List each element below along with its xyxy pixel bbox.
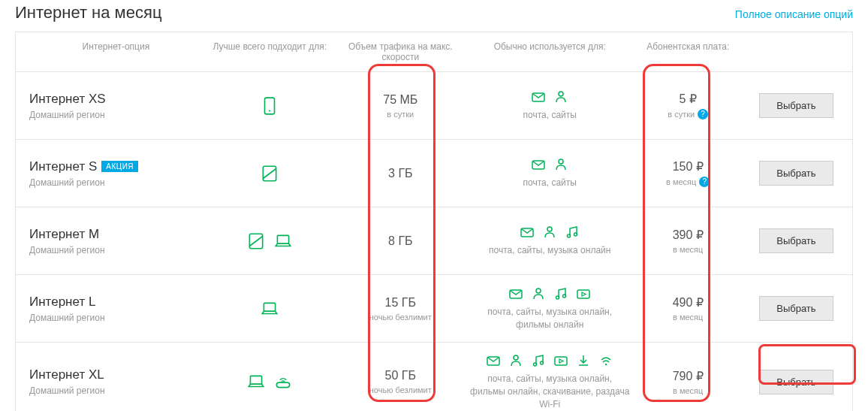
col-best-for: Лучше всего подходит для: [203, 41, 337, 62]
traffic-amount: 75 МБ [337, 93, 464, 107]
phone-icon [259, 96, 280, 116]
plan-name: Интернет L [29, 295, 95, 310]
table-row: Интернет MДомашний регион8 ГБпочта, сайт… [16, 207, 852, 275]
music-icon [531, 353, 546, 368]
plan-region: Домашний регион [29, 385, 203, 396]
usage-desc: почта, сайты, музыка онлайн, фильмы онла… [464, 373, 636, 410]
music-icon [565, 225, 580, 240]
full-description-link[interactable]: Полное описание опций [735, 8, 853, 20]
person-icon [553, 157, 568, 172]
table-header: Интернет-опция Лучше всего подходит для:… [16, 32, 852, 72]
table-row: Интернет LДомашний регион15 ГБночью безл… [16, 275, 852, 343]
col-traffic: Объем трафика на макс. скорости [337, 41, 464, 62]
usage-desc: почта, сайты [464, 109, 636, 122]
price-sub: в месяц? [636, 177, 740, 187]
laptop-icon [273, 231, 294, 251]
person-icon [508, 353, 523, 368]
router-icon [273, 372, 294, 391]
traffic-amount: 3 ГБ [337, 167, 464, 180]
download-icon [576, 353, 591, 368]
person-icon [531, 286, 546, 301]
traffic-sub: в сутки [337, 110, 464, 119]
select-button[interactable]: Выбрать [759, 161, 833, 186]
traffic-sub: ночью безлимит [337, 313, 464, 322]
plan-name: Интернет M [29, 227, 99, 242]
col-fee: Абонентская плата: [636, 41, 740, 62]
price-sub: в месяц [636, 386, 740, 395]
col-usage: Обычно используется для: [464, 41, 636, 62]
mail-icon [531, 157, 546, 172]
select-button[interactable]: Выбрать [759, 93, 833, 118]
plan-region: Домашний регион [29, 313, 203, 323]
col-option: Интернет-опция [16, 41, 203, 62]
plan-region: Домашний регион [29, 177, 203, 188]
laptop-icon [259, 299, 280, 319]
select-button[interactable]: Выбрать [759, 228, 833, 253]
mail-icon [520, 225, 535, 240]
tablet-icon [246, 231, 267, 251]
laptop-icon [246, 372, 267, 391]
plan-region: Домашний регион [29, 110, 203, 120]
mail-icon [508, 286, 523, 301]
person-icon [553, 89, 568, 104]
music-icon [553, 286, 568, 301]
price: 390 ₽ [636, 228, 740, 242]
traffic-amount: 50 ГБ [337, 369, 464, 382]
plan-region: Домашний регион [29, 245, 203, 255]
traffic-amount: 8 ГБ [337, 234, 464, 248]
tablet-icon [259, 164, 280, 183]
mail-icon [531, 89, 546, 104]
price: 5 ₽ [636, 92, 740, 106]
price-sub: в сутки? [636, 109, 740, 119]
price: 490 ₽ [636, 295, 740, 310]
info-icon[interactable]: ? [699, 177, 710, 187]
page-title: Интернет на месяц [15, 3, 161, 23]
price: 150 ₽ [636, 159, 740, 174]
mail-icon [486, 353, 501, 368]
usage-desc: почта, сайты, музыка онлайн, фильмы онла… [464, 306, 636, 331]
traffic-amount: 15 ГБ [337, 296, 464, 310]
usage-desc: почта, сайты [464, 177, 636, 189]
traffic-sub: ночью безлимит [337, 385, 464, 394]
video-icon [576, 286, 591, 301]
plans-table: Интернет-опция Лучше всего подходит для:… [15, 32, 853, 411]
plan-name: Интернет S [29, 159, 97, 174]
select-button[interactable]: Выбрать [759, 370, 833, 394]
table-row: Интернет XSДомашний регион75 МБв суткипо… [16, 72, 852, 140]
video-icon [553, 353, 568, 368]
info-icon[interactable]: ? [698, 109, 708, 119]
plan-name: Интернет XS [29, 92, 106, 107]
price-sub: в месяц [636, 313, 740, 322]
person-icon [542, 225, 557, 240]
table-row: Интернет XLДомашний регион50 ГБночью без… [16, 343, 852, 411]
price: 790 ₽ [636, 369, 740, 383]
promo-badge: АКЦИЯ [101, 161, 138, 172]
usage-desc: почта, сайты, музыка онлайн [464, 244, 636, 257]
select-button[interactable]: Выбрать [759, 296, 833, 321]
plan-name: Интернет XL [29, 367, 104, 382]
table-row: Интернет SАКЦИЯДомашний регион3 ГБпочта,… [16, 140, 852, 207]
wifi-icon [598, 353, 613, 368]
price-sub: в месяц [636, 245, 740, 254]
